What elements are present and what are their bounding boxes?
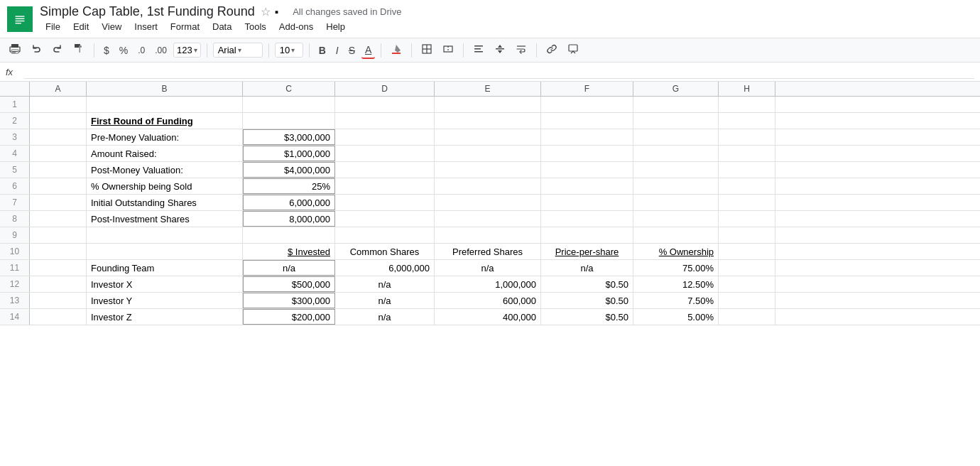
cell-e7[interactable] — [435, 195, 541, 210]
menu-help[interactable]: Help — [320, 20, 351, 33]
col-header-a[interactable]: A — [30, 82, 87, 96]
cell-a2[interactable] — [30, 113, 87, 129]
cell-b1[interactable] — [87, 97, 243, 112]
cell-e2[interactable] — [435, 113, 541, 129]
cell-b2[interactable]: First Round of Funding — [87, 113, 243, 129]
cell-b13[interactable]: Investor Y — [87, 293, 243, 308]
cell-g1[interactable] — [633, 97, 719, 112]
col-header-g[interactable]: G — [633, 82, 719, 96]
col-header-d[interactable]: D — [335, 82, 435, 96]
cell-a5[interactable] — [30, 162, 87, 178]
decimal-inc-button[interactable]: .00 — [151, 43, 170, 58]
cell-g3[interactable] — [633, 129, 719, 145]
cell-g2[interactable] — [633, 113, 719, 129]
cell-c6[interactable]: 25% — [243, 178, 335, 194]
folder-icon[interactable]: ▪ — [275, 6, 278, 18]
col-header-e[interactable]: E — [435, 82, 541, 96]
cell-e3[interactable] — [435, 129, 541, 145]
cell-h14[interactable] — [719, 309, 775, 325]
cell-a12[interactable] — [30, 276, 87, 292]
cell-g4[interactable] — [633, 146, 719, 161]
cell-g6[interactable] — [633, 178, 719, 194]
cell-d6[interactable] — [335, 178, 435, 194]
doc-title[interactable]: Simple Cap Table, 1st Funding Round — [40, 4, 255, 19]
decimal-dec-button[interactable]: .0 — [134, 43, 148, 58]
menu-data[interactable]: Data — [207, 20, 237, 33]
cell-f7[interactable] — [541, 195, 633, 210]
cell-c3[interactable]: $3,000,000 — [243, 129, 335, 145]
cell-f2[interactable] — [541, 113, 633, 129]
cell-a8[interactable] — [30, 211, 87, 227]
cell-c14[interactable]: $200,000 — [243, 309, 335, 325]
cell-d8[interactable] — [335, 211, 435, 227]
cell-h13[interactable] — [719, 293, 775, 308]
cell-a14[interactable] — [30, 309, 87, 325]
cell-d2[interactable] — [335, 113, 435, 129]
format-dropdown[interactable]: 123 ▾ — [173, 43, 201, 58]
cell-h1[interactable] — [719, 97, 775, 112]
cell-c1[interactable] — [243, 97, 335, 112]
cell-e14[interactable]: 400,000 — [435, 309, 541, 325]
comment-button[interactable] — [564, 41, 582, 59]
cell-c4[interactable]: $1,000,000 — [243, 146, 335, 161]
menu-file[interactable]: File — [40, 20, 66, 33]
currency-button[interactable]: $ — [100, 43, 113, 58]
cell-g11[interactable]: 75.00% — [633, 260, 719, 276]
cell-g8[interactable] — [633, 211, 719, 227]
fill-color-button[interactable] — [387, 41, 405, 59]
cell-h3[interactable] — [719, 129, 775, 145]
cell-e11[interactable]: n/a — [435, 260, 541, 276]
cell-a11[interactable] — [30, 260, 87, 276]
cell-f5[interactable] — [541, 162, 633, 178]
cell-e6[interactable] — [435, 178, 541, 194]
cell-e5[interactable] — [435, 162, 541, 178]
cell-c12[interactable]: $500,000 — [243, 276, 335, 292]
cell-a4[interactable] — [30, 146, 87, 161]
borders-button[interactable] — [418, 41, 436, 59]
cell-h7[interactable] — [719, 195, 775, 210]
cell-c11[interactable]: n/a — [243, 260, 335, 276]
font-size-dropdown[interactable]: 10 ▾ — [275, 43, 303, 58]
cell-a3[interactable] — [30, 129, 87, 145]
cell-e4[interactable] — [435, 146, 541, 161]
cell-g7[interactable] — [633, 195, 719, 210]
col-header-b[interactable]: B — [87, 82, 243, 96]
cell-e10[interactable]: Preferred Shares — [435, 244, 541, 259]
cell-f14[interactable]: $0.50 — [541, 309, 633, 325]
cell-d1[interactable] — [335, 97, 435, 112]
cell-a10[interactable] — [30, 244, 87, 259]
merge-button[interactable] — [439, 41, 457, 59]
cell-c10[interactable]: $ Invested — [243, 244, 335, 259]
cell-f3[interactable] — [541, 129, 633, 145]
valign-button[interactable] — [491, 41, 509, 59]
menu-format[interactable]: Format — [165, 20, 205, 33]
cell-e12[interactable]: 1,000,000 — [435, 276, 541, 292]
italic-button[interactable]: I — [332, 43, 342, 58]
cell-f1[interactable] — [541, 97, 633, 112]
paint-format-button[interactable] — [70, 41, 88, 59]
underline-button[interactable]: A — [361, 42, 375, 59]
cell-c2[interactable] — [243, 113, 335, 129]
menu-tools[interactable]: Tools — [239, 20, 271, 33]
cell-d9[interactable] — [335, 227, 435, 243]
cell-g9[interactable] — [633, 227, 719, 243]
cell-a7[interactable] — [30, 195, 87, 210]
font-family-dropdown[interactable]: Arial ▾ — [213, 43, 263, 58]
cell-d7[interactable] — [335, 195, 435, 210]
cell-h4[interactable] — [719, 146, 775, 161]
cell-a6[interactable] — [30, 178, 87, 194]
cell-h11[interactable] — [719, 260, 775, 276]
cell-f13[interactable]: $0.50 — [541, 293, 633, 308]
cell-d4[interactable] — [335, 146, 435, 161]
cell-a13[interactable] — [30, 293, 87, 308]
cell-d10[interactable]: Common Shares — [335, 244, 435, 259]
cell-h10[interactable] — [719, 244, 775, 259]
cell-d12[interactable]: n/a — [335, 276, 435, 292]
col-header-c[interactable]: C — [243, 82, 335, 96]
cell-f11[interactable]: n/a — [541, 260, 633, 276]
cell-b11[interactable]: Founding Team — [87, 260, 243, 276]
percent-button[interactable]: % — [116, 43, 131, 58]
cell-e13[interactable]: 600,000 — [435, 293, 541, 308]
cell-h2[interactable] — [719, 113, 775, 129]
cell-h8[interactable] — [719, 211, 775, 227]
